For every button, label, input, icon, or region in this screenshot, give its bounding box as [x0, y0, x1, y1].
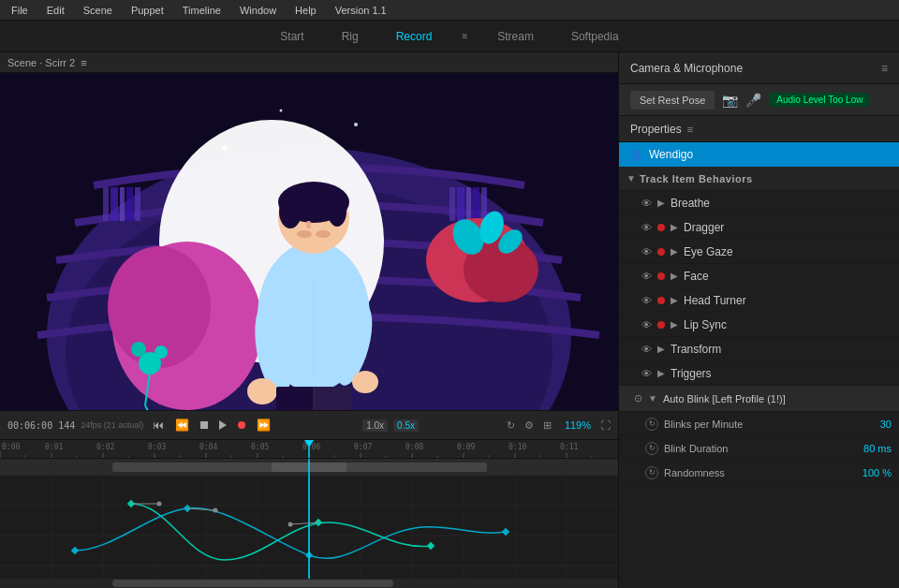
svg-text:0:10: 0:10 [508, 443, 526, 451]
camera-icon[interactable]: 📷 [722, 93, 738, 108]
svg-point-113 [157, 502, 162, 507]
frame-display: 144 [58, 420, 75, 431]
behavior-headturner[interactable]: 👁 ▶ Head Turner [619, 288, 899, 313]
set-rest-pose-button[interactable]: Set Rest Pose [630, 91, 715, 110]
scene-menu-icon[interactable]: ≡ [81, 57, 86, 68]
svg-text:0:01: 0:01 [45, 443, 63, 451]
play-icon [219, 420, 227, 430]
svg-point-2 [354, 123, 358, 126]
param-randomness-value[interactable]: 100 % [862, 467, 892, 478]
speed-1x-badge[interactable]: 1.0x [362, 419, 388, 432]
nav-softpedia[interactable]: Softpedia [564, 26, 626, 47]
behavior-transform-label: Transform [671, 343, 721, 356]
svg-rect-15 [466, 187, 471, 221]
time-display: 00:06:00 [7, 420, 52, 431]
scroll-thumb[interactable] [112, 580, 393, 587]
expand-headturner-arrow[interactable]: ▶ [671, 295, 678, 305]
expand-icon[interactable]: ⛶ [600, 419, 611, 431]
expand-triggers-arrow[interactable]: ▶ [657, 368, 665, 378]
properties-menu[interactable]: ≡ [687, 124, 693, 135]
audio-level-indicator: Audio Level Too Low [769, 93, 870, 107]
visibility-eyegaze-icon[interactable]: 👁 [641, 246, 652, 257]
behavior-breathe-label: Breathe [671, 197, 710, 210]
keyframe-curve-area[interactable] [0, 476, 618, 579]
rec-eyegaze-indicator [657, 248, 665, 256]
play-button[interactable] [215, 419, 230, 432]
svg-point-23 [155, 345, 168, 359]
behavior-triggers[interactable]: 👁 ▶ Triggers [619, 361, 899, 386]
visibility-dragger-icon[interactable]: 👁 [641, 222, 652, 233]
menu-window[interactable]: Window [236, 3, 280, 18]
menu-puppet[interactable]: Puppet [127, 3, 168, 18]
mic-icon[interactable]: 🎤 [745, 93, 761, 108]
svg-text:0:08: 0:08 [405, 443, 423, 451]
visibility-headturner-icon[interactable]: 👁 [641, 295, 652, 306]
behavior-transform[interactable]: 👁 ▶ Transform [619, 337, 899, 361]
expand-breathe-arrow[interactable]: ▶ [657, 198, 665, 208]
svg-text:0:07: 0:07 [354, 443, 372, 451]
auto-blink-title: Auto Blink [Left Profile (1!)] [663, 393, 786, 404]
skip-start-button[interactable]: ⏮ [149, 417, 168, 434]
param-duration-value[interactable]: 80 ms [863, 443, 892, 454]
behavior-dragger[interactable]: 👁 ▶ Dragger [619, 215, 899, 240]
param-blinks-value[interactable]: 30 [880, 419, 892, 430]
rec-headturner-indicator [657, 297, 665, 304]
nav-stream[interactable]: Stream [490, 26, 541, 47]
nav-record[interactable]: Record [389, 26, 440, 47]
visibility-autoblink-icon[interactable]: ⊙ [634, 392, 642, 404]
expand-lipsync-arrow[interactable]: ▶ [671, 319, 678, 330]
param-duration-label: Blink Duration [664, 443, 858, 454]
expand-autoblink-arrow[interactable]: ▼ [648, 393, 657, 404]
cycle-blinks-icon[interactable]: ↻ [645, 418, 658, 431]
svg-rect-13 [450, 187, 455, 221]
menu-file[interactable]: File [7, 3, 32, 18]
svg-point-117 [214, 508, 218, 513]
behavior-breathe[interactable]: 👁 ▶ Breathe [619, 191, 899, 215]
timeline-scrollbar[interactable] [0, 579, 618, 588]
expand-dragger-arrow[interactable]: ▶ [671, 222, 678, 232]
timeline-ruler[interactable]: 0:00 0:01 0:02 0:03 0:04 0:05 0:06 [0, 440, 618, 459]
cycle-duration-icon[interactable]: ↻ [645, 442, 658, 455]
visibility-triggers-icon[interactable]: 👁 [641, 368, 652, 379]
visibility-breathe-icon[interactable]: 👁 [641, 198, 652, 209]
behavior-face[interactable]: 👁 ▶ Face [619, 264, 899, 288]
behavior-triggers-label: Triggers [671, 367, 712, 380]
track-items-section[interactable]: ▼ Track Item Behaviors [619, 167, 899, 191]
settings-icon[interactable]: ⚙ [524, 419, 534, 432]
speed-half-badge[interactable]: 0.5x [393, 419, 419, 432]
visibility-lipsync-icon[interactable]: 👁 [641, 319, 652, 331]
stop-icon [200, 421, 208, 429]
svg-rect-10 [120, 187, 125, 221]
cam-mic-menu[interactable]: ≡ [881, 62, 888, 75]
stop-button[interactable] [197, 419, 212, 431]
expand-eyegaze-arrow[interactable]: ▶ [671, 246, 678, 257]
record-menu-icon[interactable]: ≡ [462, 31, 467, 41]
fps-display: 24fps (21 actual) [81, 420, 143, 430]
menu-timeline[interactable]: Timeline [179, 3, 225, 18]
loop-icon[interactable]: ↻ [507, 419, 515, 432]
visibility-transform-icon[interactable]: 👁 [641, 344, 652, 355]
grid-icon[interactable]: ⊞ [543, 419, 552, 432]
svg-point-115 [288, 522, 293, 527]
puppet-wendigo[interactable]: 👤 Wendigo [619, 142, 899, 167]
visibility-face-icon[interactable]: 👁 [641, 271, 652, 282]
menu-scene[interactable]: Scene [80, 3, 116, 18]
menu-version: Version 1.1 [332, 3, 391, 18]
properties-header: Properties ≡ [619, 116, 899, 142]
menu-edit[interactable]: Edit [43, 3, 68, 18]
menu-help[interactable]: Help [291, 3, 320, 18]
nav-start[interactable]: Start [273, 26, 311, 47]
svg-point-29 [279, 195, 302, 228]
step-forward-button[interactable]: ⏩ [253, 417, 274, 434]
transport-controls: ⏮ ⏪ ⏩ [149, 417, 274, 434]
record-button[interactable] [234, 419, 249, 431]
auto-blink-header[interactable]: ⊙ ▼ Auto Blink [Left Profile (1!)] [619, 386, 899, 412]
track-strip [0, 459, 618, 476]
cycle-randomness-icon[interactable]: ↻ [645, 466, 658, 479]
expand-transform-arrow[interactable]: ▶ [657, 344, 665, 354]
expand-face-arrow[interactable]: ▶ [671, 271, 678, 281]
nav-rig[interactable]: Rig [334, 26, 366, 47]
step-back-button[interactable]: ⏪ [171, 417, 193, 434]
behavior-eyegaze[interactable]: 👁 ▶ Eye Gaze [619, 240, 899, 264]
behavior-lipsync[interactable]: 👁 ▶ Lip Sync [619, 313, 899, 337]
